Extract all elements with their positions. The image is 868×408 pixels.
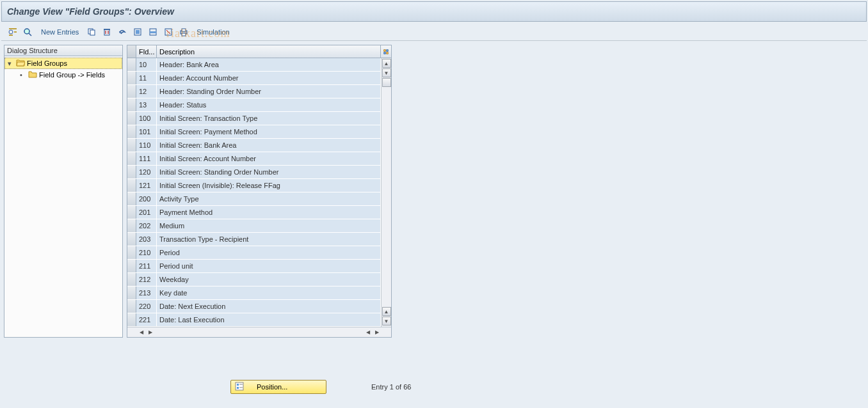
tree-bullet-icon: •	[20, 71, 26, 79]
tree-collapse-icon[interactable]: ▾	[8, 59, 14, 68]
scroll-right-step-icon[interactable]: ▶	[147, 329, 154, 336]
svg-rect-17	[182, 33, 186, 36]
position-button[interactable]: Position...	[230, 380, 326, 394]
table-row[interactable]: 12Header: Standing Order Number	[127, 85, 381, 98]
scroll-down-icon[interactable]: ▼	[382, 317, 391, 326]
tree-item-label: Field Group -> Fields	[39, 71, 105, 79]
svg-rect-22	[236, 382, 243, 390]
col-description[interactable]: Description	[157, 45, 381, 58]
scroll-thumb[interactable]	[382, 78, 391, 87]
simulation-button[interactable]: Simulation	[193, 28, 233, 36]
table-row[interactable]: 200Activity Type	[127, 192, 381, 206]
table-row[interactable]: 100Initial Screen: Transaction Type	[127, 112, 381, 125]
table-row[interactable]: 220Date: Next Execution	[127, 300, 381, 313]
svg-line-14	[166, 30, 170, 34]
svg-rect-19	[387, 49, 389, 51]
cell-fld: 110	[136, 139, 157, 152]
row-selector[interactable]	[127, 125, 136, 138]
vertical-scrollbar[interactable]: ▲ ▼ ▲ ▼	[381, 58, 391, 327]
row-selector[interactable]	[127, 206, 136, 219]
cell-fld: 101	[136, 125, 157, 138]
row-selector[interactable]	[127, 246, 136, 259]
table-row[interactable]: 101Initial Screen: Payment Method	[127, 125, 381, 139]
col-configure-icon[interactable]	[381, 45, 391, 58]
row-selector[interactable]	[127, 152, 136, 165]
scroll-up-step-icon[interactable]: ▲	[382, 307, 391, 316]
table-row[interactable]: 13Header: Status	[127, 98, 381, 112]
cell-fld: 121	[136, 179, 157, 192]
row-selector[interactable]	[127, 139, 136, 152]
cell-fld: 212	[136, 273, 157, 286]
table-row[interactable]: 111Initial Screen: Account Number	[127, 152, 381, 166]
table-row[interactable]: 202Medium	[127, 219, 381, 233]
table-row[interactable]: 120Initial Screen: Standing Order Number	[127, 166, 381, 179]
find-icon[interactable]	[22, 26, 35, 38]
row-selector[interactable]	[127, 192, 136, 205]
col-fld[interactable]: Fld...	[136, 45, 157, 58]
row-selector[interactable]	[127, 58, 136, 71]
cell-description: Period unit	[157, 260, 381, 272]
svg-point-1	[24, 29, 29, 34]
cell-description: Initial Screen: Transaction Type	[157, 112, 381, 125]
row-selector[interactable]	[127, 219, 136, 232]
row-selector[interactable]	[127, 85, 136, 98]
table-row[interactable]: 211Period unit	[127, 260, 381, 273]
position-label: Position...	[257, 383, 287, 391]
toggle-display-icon[interactable]	[6, 26, 19, 38]
undo-icon[interactable]	[116, 26, 129, 38]
scroll-up-icon[interactable]: ▲	[382, 59, 391, 68]
row-selector[interactable]	[127, 313, 136, 326]
row-selector[interactable]	[127, 300, 136, 313]
table-row[interactable]: 203Transaction Type - Recipient	[127, 233, 381, 246]
row-selector[interactable]	[127, 98, 136, 111]
cell-fld: 100	[136, 112, 157, 125]
cell-description: Activity Type	[157, 192, 381, 205]
col-selector[interactable]	[127, 45, 136, 58]
cell-fld: 13	[136, 98, 157, 111]
cell-description: Payment Method	[157, 206, 381, 219]
cell-description: Header: Bank Area	[157, 58, 381, 71]
tree-item-field-groups[interactable]: ▾ Field Groups	[4, 58, 122, 69]
tree-item-field-group-fields[interactable]: • Field Group -> Fields	[4, 69, 122, 81]
cell-description: Initial Screen: Account Number	[157, 152, 381, 165]
row-selector[interactable]	[127, 166, 136, 178]
row-selector[interactable]	[127, 273, 136, 286]
copy-icon[interactable]	[85, 26, 98, 38]
deselect-all-icon[interactable]	[162, 26, 175, 38]
cell-description: Period	[157, 246, 381, 259]
row-selector[interactable]	[127, 179, 136, 192]
row-selector[interactable]	[127, 112, 136, 125]
svg-rect-12	[150, 31, 156, 33]
scroll-left-icon[interactable]: ◀	[138, 329, 145, 336]
cell-fld: 202	[136, 219, 157, 232]
new-entries-button[interactable]: New Entries	[37, 28, 83, 36]
row-selector[interactable]	[127, 286, 136, 299]
select-all-icon[interactable]	[131, 26, 144, 38]
svg-rect-23	[237, 384, 239, 386]
row-selector[interactable]	[127, 260, 136, 272]
cell-fld: 201	[136, 206, 157, 219]
scroll-left-step-icon[interactable]: ◀	[364, 329, 372, 336]
table-row[interactable]: 213Key date	[127, 286, 381, 300]
scroll-down-step-icon[interactable]: ▼	[382, 68, 391, 77]
folder-icon	[28, 70, 37, 79]
row-selector[interactable]	[127, 72, 136, 84]
select-block-icon[interactable]	[147, 26, 159, 38]
cell-description: Date: Last Execution	[157, 313, 381, 326]
row-selector[interactable]	[127, 233, 136, 246]
table-row[interactable]: 212Weekday	[127, 273, 381, 286]
table-row[interactable]: 210Period	[127, 246, 381, 260]
svg-rect-21	[387, 52, 389, 54]
horizontal-scrollbar[interactable]: ◀ ▶ ◀ ▶	[127, 327, 391, 337]
table-row[interactable]: 121Initial Screen (Invisible): Release F…	[127, 179, 381, 192]
cell-fld: 120	[136, 166, 157, 178]
delete-icon[interactable]	[100, 26, 113, 38]
table-row[interactable]: 110Initial Screen: Bank Area	[127, 139, 381, 152]
table-row[interactable]: 201Payment Method	[127, 206, 381, 219]
title-bar: Change View "Field Groups": Overview	[1, 1, 867, 22]
table-row[interactable]: 221Date: Last Execution	[127, 313, 381, 327]
scroll-right-icon[interactable]: ▶	[373, 329, 381, 336]
table-row[interactable]: 10Header: Bank Area	[127, 58, 381, 72]
print-icon[interactable]	[177, 26, 190, 38]
table-row[interactable]: 11Header: Account Number	[127, 72, 381, 85]
